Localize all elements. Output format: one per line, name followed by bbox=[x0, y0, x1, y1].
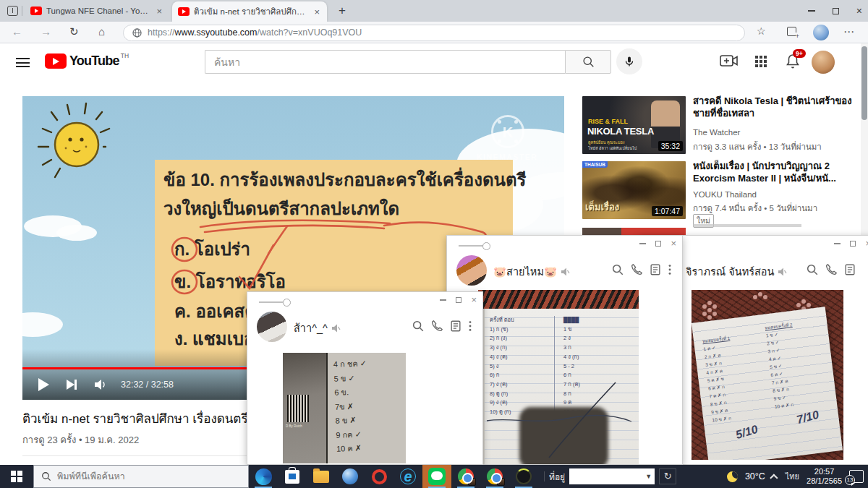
more-menu-icon[interactable] bbox=[464, 320, 477, 333]
search-input[interactable] bbox=[205, 50, 565, 74]
volume-icon[interactable] bbox=[93, 378, 108, 391]
taskbar-line-icon[interactable] bbox=[422, 465, 451, 488]
maximize-icon[interactable] bbox=[655, 241, 662, 247]
line-chat-window-saa[interactable]: × ส้าา^_^ D By Rotch 4 ก ชค ✓5 ข ✓6 ข.7ข… bbox=[247, 291, 483, 465]
tab-active-video[interactable]: ติวเข้ม n-net รายวิชาศิลปศึกษา เรื่อ... … bbox=[172, 1, 327, 22]
taskbar-chrome-icon[interactable] bbox=[451, 465, 480, 488]
taskbar-search[interactable] bbox=[33, 465, 249, 488]
thaisub-badge: THAISUB bbox=[582, 161, 608, 168]
chat-photo-message[interactable]: ทดสอบครั้งที่ 1 ทดสอบครั้งที่ 2 1 ค ✓2 ก… bbox=[692, 290, 843, 460]
maximize-icon[interactable] bbox=[850, 241, 856, 247]
collections-icon[interactable] bbox=[787, 27, 796, 36]
close-icon[interactable]: × bbox=[865, 240, 868, 247]
search-icon[interactable] bbox=[611, 263, 624, 276]
play-button[interactable] bbox=[38, 378, 49, 391]
browser-close-icon[interactable]: × bbox=[856, 7, 862, 14]
call-icon[interactable] bbox=[630, 263, 643, 276]
favorites-icon[interactable]: ☆ bbox=[757, 25, 766, 37]
url-field[interactable]: https://www.ssyoutube.com/watch?v=xnVUOq… bbox=[123, 25, 745, 41]
recommended-video-1[interactable]: RISE & FALL NIKOLA TESLA ดูคลิปย้อน คุณจ… bbox=[582, 96, 864, 160]
call-icon[interactable] bbox=[825, 263, 838, 276]
youtube-profile-avatar[interactable] bbox=[812, 51, 835, 74]
video-title[interactable]: สารคดี Nikola Tesla | ชีวิตน่าเศร้าของชา… bbox=[693, 95, 863, 119]
back-icon[interactable]: ← bbox=[12, 25, 22, 38]
recommended-video-3-partial[interactable] bbox=[582, 228, 686, 235]
language-indicator[interactable]: ไทย bbox=[786, 470, 799, 483]
browser-menu-icon[interactable]: ⋯ bbox=[843, 25, 855, 38]
tray-expand-icon[interactable] bbox=[770, 474, 778, 481]
weather-moon-icon[interactable] bbox=[727, 471, 738, 482]
barcode-text: D By Rotch bbox=[286, 424, 302, 428]
start-button[interactable] bbox=[0, 465, 33, 488]
voice-search-button[interactable] bbox=[616, 48, 642, 74]
new-tab-button[interactable]: + bbox=[334, 3, 350, 19]
taskbar-ie-icon[interactable]: e bbox=[393, 465, 422, 488]
window-drag-handle[interactable] bbox=[459, 245, 483, 247]
youtube-logo[interactable]: YouTube TH bbox=[45, 53, 129, 69]
taskbar-search-input[interactable] bbox=[57, 471, 224, 481]
close-icon[interactable]: × bbox=[671, 240, 676, 247]
youtube-logo-icon bbox=[45, 53, 67, 69]
scrollbar-thumb[interactable] bbox=[861, 46, 867, 120]
recommended-video-2[interactable]: THAISUB เต็มเรื่อง 1:07:47 หนังเต็มเรื่อ… bbox=[582, 161, 864, 228]
taskbar-browser-sphere-icon[interactable] bbox=[336, 465, 365, 488]
tab-close-icon[interactable]: × bbox=[155, 6, 163, 17]
apps-grid-icon[interactable] bbox=[755, 56, 767, 67]
chat-avatar[interactable] bbox=[456, 255, 487, 286]
taskbar-dark-app-icon[interactable] bbox=[509, 465, 538, 488]
window-drag-handle[interactable] bbox=[259, 301, 284, 303]
tab-tungwa[interactable]: Tungwa NFE Chanel - YouTube × bbox=[25, 0, 169, 22]
notes-icon[interactable] bbox=[843, 263, 856, 276]
search-icon[interactable] bbox=[412, 320, 425, 333]
forward-icon[interactable]: → bbox=[41, 25, 51, 38]
video-thumbnail[interactable]: THAISUB เต็มเรื่อง 1:07:47 bbox=[582, 161, 686, 219]
taskbar-clock[interactable]: 20:57 28/1/2565 bbox=[807, 467, 842, 486]
taskbar-edge-icon[interactable] bbox=[249, 465, 278, 488]
thumb-text: ดูคลิปย้อน คุณจะมอง bbox=[588, 140, 625, 145]
minimize-icon[interactable] bbox=[834, 243, 841, 244]
channel-name[interactable]: The Watcher bbox=[693, 128, 740, 137]
chevron-down-icon[interactable]: ▼ bbox=[645, 473, 652, 480]
browser-minimize-icon[interactable] bbox=[808, 10, 815, 12]
browser-maximize-icon[interactable] bbox=[833, 8, 839, 14]
close-icon[interactable]: × bbox=[471, 296, 477, 304]
notebook-page: ทดสอบครั้งที่ 1 ทดสอบครั้งที่ 2 1 ค ✓2 ก… bbox=[692, 307, 843, 460]
chat-photo-message[interactable]: D By Rotch 4 ก ชค ✓5 ข ✓6 ข.7ข ✗8 ข ✗9 ก… bbox=[283, 353, 406, 463]
next-button[interactable] bbox=[67, 380, 75, 390]
video-thumbnail[interactable]: RISE & FALL NIKOLA TESLA ดูคลิปย้อน คุณจ… bbox=[582, 96, 686, 154]
search-icon[interactable] bbox=[806, 263, 819, 276]
notes-icon[interactable] bbox=[449, 320, 462, 333]
video-title[interactable]: หนังเต็มเรื่อง | นักปราบวิญญาณ 2 Exorcis… bbox=[693, 160, 863, 184]
taskbar-store-icon[interactable] bbox=[278, 465, 307, 488]
tab-bar: Tungwa NFE Chanel - YouTube × ติวเข้ม n-… bbox=[0, 0, 868, 22]
search-button[interactable] bbox=[565, 50, 611, 74]
address-toolbar-input[interactable]: ▼ bbox=[569, 468, 655, 484]
hamburger-menu-icon[interactable] bbox=[16, 58, 30, 67]
minimize-icon[interactable] bbox=[639, 243, 646, 244]
notes-icon[interactable] bbox=[649, 263, 662, 276]
taskbar-explorer-icon[interactable] bbox=[307, 465, 336, 488]
mic-icon bbox=[624, 56, 635, 67]
taskbar-opera-icon[interactable] bbox=[365, 465, 393, 488]
call-icon[interactable] bbox=[430, 320, 443, 333]
youtube-favicon bbox=[30, 7, 42, 15]
chat-avatar[interactable] bbox=[257, 312, 287, 342]
chat-photo-message[interactable]: ครั้งที่ ตอบ1) ก (ช)2) ก (ง)3) ง (ก)4) ง… bbox=[478, 290, 639, 464]
thumb-text: NIKOLA TESLA bbox=[587, 126, 654, 137]
more-menu-icon[interactable] bbox=[663, 263, 676, 276]
action-center-icon[interactable]: 13 bbox=[849, 470, 864, 483]
temperature[interactable]: 30°C bbox=[745, 471, 765, 481]
maximize-icon[interactable] bbox=[456, 297, 462, 304]
tab-manager-icon[interactable] bbox=[7, 6, 18, 16]
refresh-icon[interactable]: ↻ bbox=[69, 25, 79, 38]
minimize-icon[interactable] bbox=[440, 299, 446, 301]
channel-name[interactable]: YOUKU Thailand bbox=[693, 190, 757, 199]
taskbar-chrome2-icon[interactable] bbox=[480, 465, 509, 488]
home-icon[interactable]: ⌂ bbox=[98, 25, 105, 38]
tab-close-icon[interactable]: × bbox=[312, 7, 321, 17]
muted-speaker-icon bbox=[331, 324, 341, 333]
create-video-icon[interactable] bbox=[720, 53, 739, 68]
browser-profile-avatar[interactable] bbox=[813, 25, 829, 40]
address-go-icon[interactable]: ↻ bbox=[659, 468, 676, 484]
chat-name: ส้าา^_^ bbox=[294, 320, 341, 336]
